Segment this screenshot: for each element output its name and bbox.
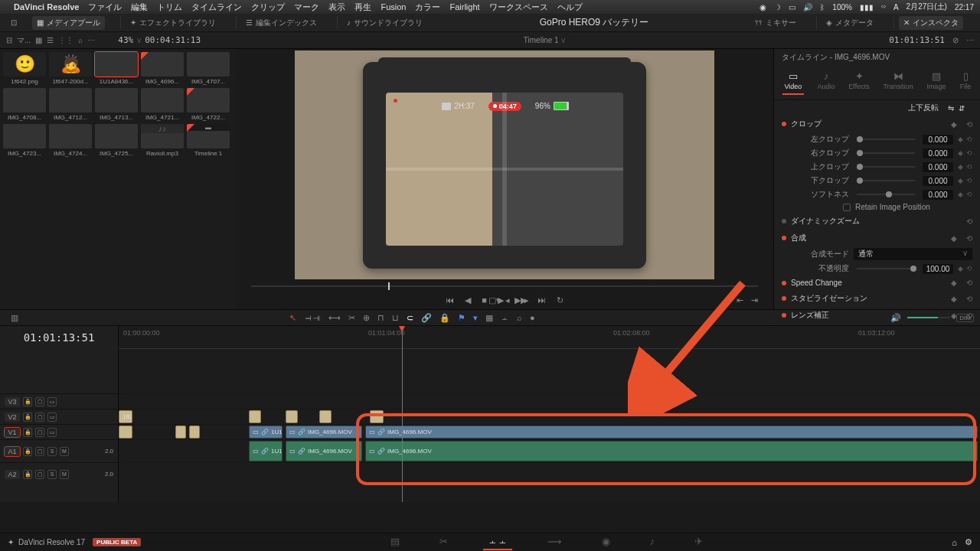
retain-checkbox[interactable] (843, 204, 851, 211)
bin-list-icon[interactable]: ⊟ (6, 36, 12, 44)
editindex-button[interactable]: ☰編集インデックス (241, 16, 322, 30)
crop-value[interactable]: 0.000 (923, 162, 953, 172)
crop-value[interactable]: 0.000 (923, 176, 953, 186)
playhead[interactable] (402, 326, 403, 502)
crop-slider[interactable] (857, 152, 915, 154)
section-dynamiczoom[interactable]: ダイナミックズーム⟲ (774, 213, 980, 230)
pool-clip[interactable]: Ravioli.mp3 (141, 124, 184, 157)
pool-clip[interactable]: IMG_4722... (187, 88, 230, 121)
search-label[interactable]: マ... (17, 35, 31, 46)
menu-file[interactable]: ファイル (88, 2, 122, 13)
timeline-clip[interactable] (189, 425, 200, 439)
pool-clip[interactable]: IMG_4723... (3, 124, 46, 157)
page-fusion-icon[interactable]: ⟿ (543, 534, 567, 550)
bypass-icon[interactable]: ⊘ (952, 36, 959, 44)
tab-effects[interactable]: ✦Effects (845, 69, 872, 96)
reset-icon[interactable]: ⟲ (966, 149, 972, 157)
timeline-clip[interactable]: ▭🔗 IMG_4696.MOV (286, 441, 362, 461)
timeline-clip[interactable] (319, 410, 332, 423)
prev-edit-icon[interactable]: ◂ (505, 295, 510, 305)
crop-slider[interactable] (857, 166, 915, 168)
selection-tool-icon[interactable]: ↖ (289, 313, 296, 323)
pool-clip[interactable]: IMG_4708... (3, 88, 46, 121)
sort-icon[interactable]: ⋮⋮ (58, 36, 74, 44)
menubar-date[interactable]: 2月27日(土) (906, 2, 947, 12)
pool-clip[interactable]: 1U1A8436... (95, 52, 138, 85)
match-frame-icon[interactable]: ▢▾ (488, 295, 501, 305)
keyframe-icon[interactable]: ◆ (958, 149, 963, 157)
in-point-icon[interactable]: ⇤ (737, 295, 743, 305)
insert-icon[interactable]: ⊕ (363, 313, 370, 323)
marker-blue-icon[interactable]: ▾ (473, 313, 478, 323)
flip-v-icon[interactable]: ⇵ (959, 104, 965, 112)
timeline-clip[interactable]: ▭🔗 IMG_4696.MOV (365, 441, 978, 461)
status-icon[interactable]: ◉ (760, 3, 766, 11)
pool-clip[interactable]: IMG_4696... (141, 52, 184, 85)
track-head-a2[interactable]: A2🔒▢SM2.0 (0, 462, 118, 485)
crop-slider[interactable] (857, 180, 915, 181)
crop-value[interactable]: 0.000 (923, 148, 953, 158)
pool-clip[interactable]: IMG_4725... (95, 124, 138, 157)
replace-icon[interactable]: ⊔ (392, 313, 399, 323)
menu-color[interactable]: カラー (415, 2, 440, 13)
home-icon[interactable]: ⌂ (952, 538, 957, 547)
zoom-tool-icon[interactable]: ⌕ (517, 313, 522, 323)
keyframe-icon[interactable]: ◆ (951, 279, 957, 287)
viewer-frame[interactable]: 2H:37 04:47 96% (295, 51, 714, 279)
app-name[interactable]: DaVinci Resolve (14, 2, 79, 11)
bluetooth-icon[interactable]: ᛒ (820, 3, 825, 11)
expand-icon[interactable]: ⊡ (6, 17, 21, 28)
pool-clip[interactable]: IMG_4713... (95, 88, 138, 121)
menu-playback[interactable]: 再生 (354, 2, 371, 13)
viewer-zoom[interactable]: 43% (118, 35, 133, 45)
pool-clip[interactable]: IMG_4724... (49, 124, 92, 157)
menu-trim[interactable]: トリム (157, 2, 182, 13)
blade-tool-icon[interactable]: ✂ (348, 313, 355, 323)
next-edit-icon[interactable]: ▸ (524, 295, 529, 305)
crop-value[interactable]: 0.000 (923, 135, 953, 145)
auto-select-icon[interactable]: ▢ (35, 397, 44, 406)
keyframe-icon[interactable]: ◆ (958, 135, 963, 143)
last-frame-icon[interactable]: ⏭ (537, 295, 546, 305)
input-icon[interactable]: A (893, 3, 899, 11)
slider-dot[interactable]: ● (530, 313, 535, 323)
reset-icon[interactable]: ⟲ (966, 135, 972, 143)
page-cut-icon[interactable]: ✂ (435, 534, 452, 550)
pool-clip[interactable]: 🙂1f642.png (3, 52, 46, 85)
keyframe-icon[interactable]: ◆ (958, 177, 963, 184)
section-speed[interactable]: Speed Change◆⟲ (774, 276, 980, 290)
menu-help[interactable]: ヘルプ (557, 2, 583, 13)
wifi-icon[interactable]: ⌔ (881, 3, 886, 11)
viewer-scrubber[interactable] (251, 281, 758, 292)
timeline-clip[interactable] (119, 425, 132, 439)
options-icon[interactable]: ⋯ (87, 36, 95, 44)
lock-icon[interactable]: 🔒 (439, 313, 450, 323)
loop-icon[interactable]: ↻ (557, 295, 564, 305)
pool-clip[interactable]: IMG_4707... (187, 52, 230, 85)
pool-clip[interactable]: Timeline 1 (187, 124, 230, 157)
timeline-name[interactable]: Timeline 1 ∨ (201, 36, 889, 44)
page-media-icon[interactable]: ▤ (386, 534, 404, 550)
ripple-icon[interactable]: ⫠ (501, 313, 509, 323)
mixer-button[interactable]: ⫯⫯ミキサー (750, 16, 801, 30)
section-composite[interactable]: 合成◆⟲ (774, 230, 980, 246)
timeline-ruler[interactable]: 01:00:00:00 01:01:04:00 01:02:08:00 01:0… (119, 326, 980, 349)
disable-icon[interactable]: ▭ (47, 397, 57, 406)
settings-gear-icon[interactable]: ⚙ (965, 537, 972, 547)
menu-workspace[interactable]: ワークスペース (489, 2, 548, 13)
reset-icon[interactable]: ⟲ (966, 191, 972, 198)
timeline-clip[interactable] (175, 425, 186, 439)
menu-mark[interactable]: マーク (294, 2, 319, 13)
pool-clip[interactable]: 🙇1f647-200d... (49, 52, 92, 85)
trim-tool-icon[interactable]: ⫤⫣ (304, 313, 321, 323)
menu-fusion[interactable]: Fusion (381, 2, 406, 11)
crop-slider[interactable] (857, 194, 915, 195)
prev-frame-icon[interactable]: ◀ (465, 295, 471, 305)
volume-icon[interactable]: 🔊 (803, 3, 812, 11)
timeline-body[interactable]: 01:00:00:00 01:01:04:00 01:02:08:00 01:0… (119, 326, 980, 502)
metadata-button[interactable]: ◈メタデータ (822, 16, 878, 30)
list-view-icon[interactable]: ☰ (47, 36, 54, 44)
tab-image[interactable]: ▧Image (923, 69, 949, 96)
keyframe-icon[interactable]: ◆ (958, 163, 963, 171)
page-deliver-icon[interactable]: ✈ (690, 534, 707, 550)
